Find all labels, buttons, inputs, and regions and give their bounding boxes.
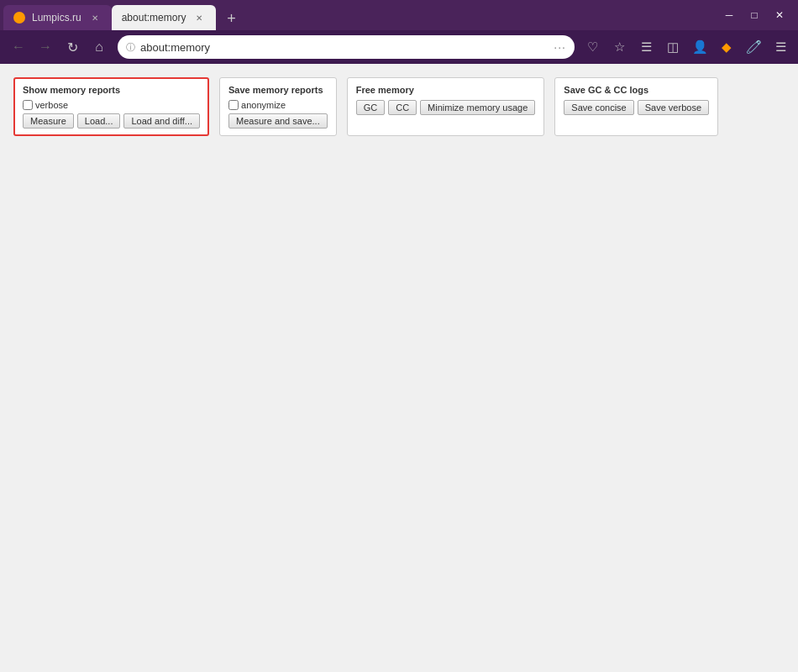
verbose-label: verbose (35, 100, 68, 110)
new-tab-button[interactable]: + (219, 7, 243, 30)
show-memory-buttons: Measure Load... Load and diff... (23, 113, 200, 129)
forward-button[interactable]: → (34, 35, 57, 59)
save-gc-cc-title: Save GC & CC logs (564, 85, 709, 95)
tab-memory-close[interactable]: ✕ (192, 11, 206, 24)
nav-right-icons: ♡ ☆ ☰ ◫ 👤 ◆ 🧷 ☰ (581, 36, 791, 58)
bookmark-star-icon[interactable]: ☆ (608, 36, 630, 58)
load-diff-button[interactable]: Load and diff... (123, 113, 200, 129)
memory-controls: Show memory reports verbose Measure Load… (13, 77, 785, 136)
free-memory-buttons: GC CC Minimize memory usage (356, 100, 536, 115)
maximize-button[interactable]: □ (743, 3, 766, 27)
free-memory-section: Free memory GC CC Minimize memory usage (347, 77, 545, 136)
titlebar: Lumpics.ru ✕ about:memory ✕ + ─ □ ✕ (0, 0, 798, 30)
tab-lumpics-favicon (13, 12, 25, 24)
sidebar-icon[interactable]: ◫ (662, 36, 684, 58)
show-memory-reports-section: Show memory reports verbose Measure Load… (13, 77, 209, 136)
anonymize-label: anonymize (241, 100, 286, 110)
measure-save-button[interactable]: Measure and save... (228, 113, 328, 129)
save-memory-reports-title: Save memory reports (228, 85, 328, 95)
home-button[interactable]: ⌂ (87, 35, 111, 59)
tab-lumpics[interactable]: Lumpics.ru ✕ (3, 5, 112, 30)
save-memory-reports-section: Save memory reports anonymize Measure an… (219, 77, 337, 136)
anonymize-checkbox[interactable] (228, 100, 239, 110)
save-gc-cc-buttons: Save concise Save verbose (564, 100, 709, 115)
tab-lumpics-label: Lumpics.ru (32, 12, 81, 24)
close-button[interactable]: ✕ (768, 3, 791, 27)
free-memory-title: Free memory (356, 85, 536, 95)
minimize-button[interactable]: ─ (717, 3, 741, 27)
menu-button[interactable]: ☰ (769, 36, 791, 58)
anonymize-checkbox-label[interactable]: anonymize (228, 100, 328, 110)
verbose-checkbox[interactable] (23, 100, 33, 110)
show-memory-reports-title: Show memory reports (23, 85, 200, 95)
address-info-icon: ⓘ (126, 41, 135, 54)
address-text: about:memory (140, 41, 549, 54)
reload-button[interactable]: ↻ (60, 35, 84, 59)
measure-button[interactable]: Measure (23, 113, 74, 129)
tab-lumpics-close[interactable]: ✕ (88, 11, 102, 24)
browser-window: Lumpics.ru ✕ about:memory ✕ + ─ □ ✕ ← → … (0, 0, 798, 672)
verbose-checkbox-label[interactable]: verbose (23, 100, 200, 110)
account-icon[interactable]: 👤 (689, 36, 711, 58)
address-bar[interactable]: ⓘ about:memory ··· (118, 35, 575, 59)
window-controls: ─ □ ✕ (717, 3, 791, 27)
tab-memory[interactable]: about:memory ✕ (112, 5, 217, 30)
load-button[interactable]: Load... (77, 113, 121, 129)
gc-button[interactable]: GC (356, 100, 386, 115)
address-dots-button[interactable]: ··· (554, 40, 566, 54)
pocket-icon[interactable]: ♡ (581, 36, 603, 58)
library-icon[interactable]: ☰ (635, 36, 657, 58)
save-verbose-button[interactable]: Save verbose (638, 100, 709, 115)
navbar: ← → ↻ ⌂ ⓘ about:memory ··· ♡ ☆ ☰ ◫ 👤 ◆ 🧷… (0, 30, 798, 64)
tab-memory-label: about:memory (122, 12, 186, 24)
save-memory-buttons: Measure and save... (228, 113, 328, 129)
tabs-area: Lumpics.ru ✕ about:memory ✕ + (3, 0, 717, 30)
save-gc-cc-section: Save GC & CC logs Save concise Save verb… (554, 77, 718, 136)
cc-button[interactable]: CC (388, 100, 417, 115)
back-button[interactable]: ← (7, 35, 30, 59)
extensions-icon[interactable]: 🧷 (743, 36, 764, 58)
save-concise-button[interactable]: Save concise (564, 100, 633, 115)
firefox-icon[interactable]: ◆ (716, 36, 738, 58)
minimize-memory-button[interactable]: Minimize memory usage (420, 100, 535, 115)
page-content: Show memory reports verbose Measure Load… (0, 64, 798, 672)
